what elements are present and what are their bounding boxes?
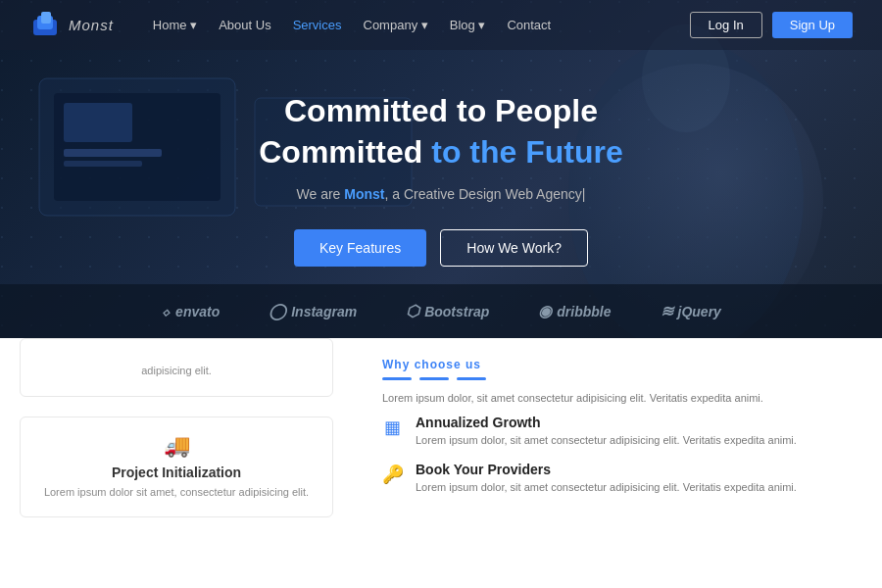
annualized-growth-icon: ▦ <box>382 416 402 438</box>
envato-label: envato <box>175 304 220 319</box>
nav-company[interactable]: Company ▾ <box>364 18 428 32</box>
feature-top-partial: Lorem ipsum dolor, sit amet consectetur … <box>382 390 853 407</box>
dribbble-icon: ◉ <box>538 302 552 320</box>
instagram-icon: ◯ <box>269 302 286 320</box>
right-content: Why choose us Lorem ipsum dolor, sit ame… <box>353 338 882 588</box>
card-main-icon: 🚚 <box>40 433 313 459</box>
how-we-work-button[interactable]: How We Work? <box>440 229 588 267</box>
jquery-icon: ≋ <box>661 302 673 320</box>
hero-content: Committed to People Committed to the Fut… <box>259 62 623 276</box>
title-bar-left <box>382 377 412 380</box>
title-bar-middle <box>419 377 449 380</box>
nav-home[interactable]: Home ▾ <box>153 18 197 32</box>
card-partial-top: adipisicing elit. <box>20 338 333 397</box>
nav-links: Home ▾ About Us Services Company ▾ Blog … <box>153 18 690 32</box>
brand-name: Monst <box>69 17 114 33</box>
nav-blog[interactable]: Blog ▾ <box>450 18 486 32</box>
hero-title-accent: to the Future <box>431 134 623 170</box>
lower-section: adipisicing elit. 🚚 Project Initializati… <box>0 338 882 588</box>
nav-actions: Log In Sign Up <box>690 12 853 38</box>
partner-envato: ⬦ envato <box>161 303 220 320</box>
card-partial-text: adipisicing elit. <box>40 355 313 376</box>
card-project-init: 🚚 Project Initialization Lorem ipsum dol… <box>20 416 333 517</box>
envato-icon: ⬦ <box>161 303 171 320</box>
navbar: Monst Home ▾ About Us Services Company ▾… <box>0 0 882 50</box>
book-providers-icon: 🔑 <box>382 464 402 485</box>
svg-rect-9 <box>64 103 132 142</box>
partners-bar: ⬦ envato ◯ Instagram ⬡ Bootstrap ◉ dribb… <box>0 284 882 338</box>
login-button[interactable]: Log In <box>690 12 762 38</box>
svg-rect-11 <box>64 161 142 167</box>
section-title-line <box>382 377 853 380</box>
feature-top-desc: Lorem ipsum dolor, sit amet consectetur … <box>382 390 763 407</box>
hero-subtitle: We are Monst, a Creative Design Web Agen… <box>259 186 623 202</box>
nav-services[interactable]: Services <box>293 18 342 32</box>
jquery-label: jQuery <box>678 304 721 319</box>
feature-book-title: Book Your Providers <box>416 462 797 477</box>
why-label: Why choose us <box>382 358 853 371</box>
key-features-button[interactable]: Key Features <box>294 229 426 267</box>
brand-icon <box>29 10 61 41</box>
hero-section: Committed to People Committed to the Fut… <box>0 0 882 338</box>
feature-top-text: Lorem ipsum dolor, sit amet consectetur … <box>382 390 763 407</box>
hero-buttons: Key Features How We Work? <box>259 229 623 267</box>
partner-instagram: ◯ Instagram <box>269 302 357 320</box>
partner-jquery: ≋ jQuery <box>661 302 721 320</box>
nav-about[interactable]: About Us <box>219 18 270 32</box>
feature-annualized-growth: ▦ Annualized Growth Lorem ipsum dolor, s… <box>382 415 853 449</box>
title-bar-right <box>457 377 486 380</box>
bootstrap-icon: ⬡ <box>406 302 419 320</box>
brand-logo[interactable]: Monst <box>29 10 114 41</box>
feature-annualized-desc: Lorem ipsum dolor, sit amet consectetur … <box>416 432 797 449</box>
signup-button[interactable]: Sign Up <box>772 12 853 38</box>
svg-rect-2 <box>41 12 51 24</box>
card-main-title: Project Initialization <box>40 465 313 480</box>
feature-book-providers: 🔑 Book Your Providers Lorem ipsum dolor,… <box>382 462 853 496</box>
partner-dribbble: ◉ dribbble <box>538 302 611 320</box>
left-cards: adipisicing elit. 🚚 Project Initializati… <box>0 338 353 588</box>
hero-title: Committed to People Committed to the Fut… <box>259 91 623 172</box>
card-main-desc: Lorem ipsum dolor sit amet, consectetur … <box>40 484 313 501</box>
dribbble-label: dribbble <box>557 304 611 319</box>
svg-rect-10 <box>64 149 162 157</box>
feature-book-text: Book Your Providers Lorem ipsum dolor, s… <box>416 462 797 496</box>
feature-annualized-title: Annualized Growth <box>416 415 797 430</box>
feature-annualized-text: Annualized Growth Lorem ipsum dolor, sit… <box>416 415 797 449</box>
instagram-label: Instagram <box>291 304 357 319</box>
nav-contact[interactable]: Contact <box>507 18 551 32</box>
feature-book-desc: Lorem ipsum dolor, sit amet consectetur … <box>416 479 797 496</box>
bootstrap-label: Bootstrap <box>424 304 489 319</box>
partner-bootstrap: ⬡ Bootstrap <box>406 302 489 320</box>
